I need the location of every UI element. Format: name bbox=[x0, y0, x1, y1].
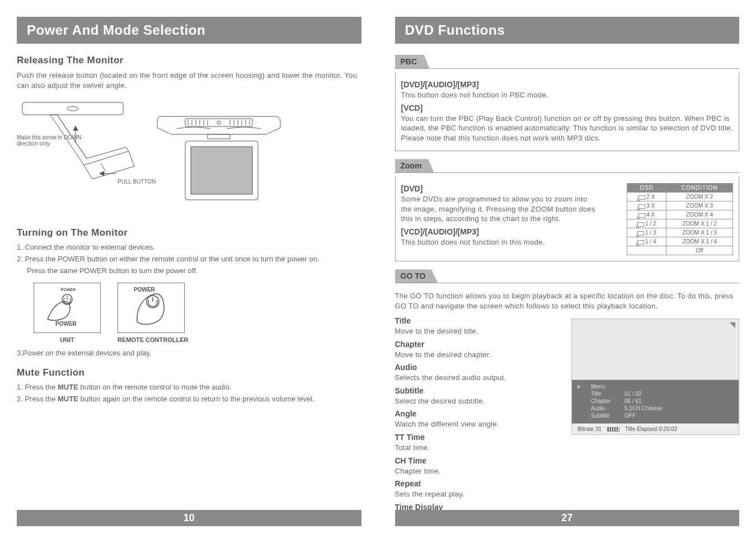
table-row: 3 XZOOM X 3 bbox=[627, 202, 733, 210]
zoom-osd-4: 1 / 3 bbox=[645, 229, 656, 236]
table-row: 4 XZOOM X 4 bbox=[627, 210, 733, 219]
zoom-cond-5: ZOOM X 1 / 4 bbox=[666, 237, 733, 246]
pbc-tab: PBC bbox=[395, 55, 430, 68]
svg-point-1 bbox=[67, 106, 78, 111]
zoom-th-cond: CONDITION bbox=[666, 184, 733, 193]
goto-box: The GO TO function allows you to begin p… bbox=[395, 287, 740, 530]
goto-b-3: Select the desired subtitle. bbox=[395, 396, 561, 406]
table-row: 2 XZOOM X 2 bbox=[627, 193, 733, 202]
goto-row-v-1: 06 / 61 bbox=[624, 398, 733, 404]
table-row: Off bbox=[627, 246, 733, 255]
zoom-off: Off bbox=[666, 246, 733, 255]
zoom-cond-1: ZOOM X 3 bbox=[666, 202, 733, 210]
pbc-dvd-heading: [DVD]/[AUDIO]/[MP3] bbox=[401, 80, 734, 89]
page-left: Power And Mode Selection Releasing The M… bbox=[0, 0, 378, 534]
goto-tab-row: GO TO bbox=[395, 269, 740, 283]
goto-h-7: Repeat bbox=[395, 479, 561, 488]
unit-power-label-top: POWER bbox=[61, 288, 76, 292]
page-right: DVD Functions PBC [DVD]/[AUDIO]/[MP3] Th… bbox=[378, 0, 757, 534]
diagram-side-view: Make this arrow in DOWN direction only. … bbox=[17, 98, 140, 217]
play-icon bbox=[577, 385, 581, 389]
zoom-table: OSD CONDITION 2 XZOOM X 2 3 XZOOM X 3 4 … bbox=[627, 183, 733, 255]
goto-row-v-0: 01 / 02 bbox=[624, 391, 733, 397]
goto-b-1: Move to the desired chapter. bbox=[395, 350, 561, 360]
diagram-front-view bbox=[154, 112, 283, 207]
goto-menu-label: Menu bbox=[591, 383, 733, 390]
goto-row-v-3: OFF bbox=[624, 413, 733, 419]
releasing-title: Releasing The Monitor bbox=[17, 55, 361, 66]
svg-rect-0 bbox=[22, 102, 123, 115]
goto-row-k-3: Subtitle bbox=[591, 413, 624, 419]
goto-h-2: Audio bbox=[395, 363, 561, 372]
goto-intro: The GO TO function allows you to begin p… bbox=[395, 291, 740, 311]
page-title: Power And Mode Selection bbox=[27, 22, 205, 38]
goto-tab: GO TO bbox=[395, 269, 438, 283]
goto-h-0: Title bbox=[395, 316, 561, 325]
bitrate-label: Bitrate 31 bbox=[577, 426, 602, 432]
turn-on-step-2b: Press the same POWER button to turn the … bbox=[17, 266, 361, 275]
svg-rect-6 bbox=[185, 119, 252, 127]
zoom-osd-5: 1 / 4 bbox=[645, 238, 656, 245]
page-title-bar-right: DVD Functions bbox=[395, 17, 740, 44]
goto-h-4: Angle bbox=[395, 409, 561, 418]
mute-2a: 2. Press the bbox=[17, 395, 58, 403]
svg-rect-20 bbox=[208, 134, 230, 139]
remote-power-icon bbox=[132, 288, 171, 327]
remote-diagram: POWER bbox=[118, 283, 185, 333]
pbc-vcd-body: You can turn the PBC (Play Back Control)… bbox=[401, 114, 734, 143]
mute-step-1: 1. Press the MUTE button on the remote c… bbox=[17, 383, 361, 391]
unit-diagram: POWER POWER bbox=[34, 283, 101, 333]
turning-on-title: Turning on The Monitor bbox=[17, 227, 361, 238]
zoom-osd-0: 2 X bbox=[646, 194, 655, 200]
mute-1b: MUTE bbox=[58, 383, 78, 391]
pbc-vcd-heading: [VCD] bbox=[401, 104, 734, 113]
goto-row-v-2: 5.1CH Chinese bbox=[624, 405, 733, 411]
zoom-dvd-body: Some DVDs are programmed to allow you to… bbox=[401, 194, 597, 224]
zoom-osd-1: 3 X bbox=[646, 203, 655, 209]
pbc-box: [DVD]/[AUDIO]/[MP3] This button does not… bbox=[395, 72, 740, 151]
magnify-icon bbox=[637, 240, 644, 245]
mute-step-2: 2. Press the MUTE button again on the re… bbox=[17, 395, 361, 403]
goto-b-2: Selects the desired audio output. bbox=[395, 373, 561, 383]
svg-marker-5 bbox=[100, 171, 104, 176]
svg-marker-3 bbox=[73, 126, 78, 130]
mute-2b: MUTE bbox=[58, 395, 78, 403]
goto-row-k-1: Chapter bbox=[591, 398, 624, 404]
goto-h-3: Subtitle bbox=[395, 386, 561, 395]
magnify-icon bbox=[637, 231, 644, 236]
turn-on-step-1: 1. Connect the monitor to external devic… bbox=[17, 243, 361, 251]
goto-b-7: Sets the repeat play. bbox=[395, 489, 561, 499]
goto-h-1: Chapter bbox=[395, 340, 561, 349]
goto-b-6: Chapter time. bbox=[395, 466, 561, 476]
goto-row-k-2: Audio bbox=[591, 405, 624, 411]
remote-caption: REMOTE CONTROLLER bbox=[118, 336, 189, 343]
remote-power-label: POWER bbox=[134, 287, 155, 293]
mute-1a: 1. Press the bbox=[17, 383, 58, 391]
elapsed-label: Title Elapsed 0:20:02 bbox=[625, 426, 678, 432]
magnify-icon bbox=[638, 204, 645, 209]
unit-diagram-wrap: POWER POWER UNIT bbox=[34, 283, 101, 343]
arrow-down-note: Make this arrow in DOWN direction only. bbox=[17, 134, 90, 147]
goto-row-k-0: Title bbox=[591, 391, 624, 397]
page-title-bar: Power And Mode Selection bbox=[17, 17, 361, 44]
zoom-osd-2: 4 X bbox=[646, 212, 655, 218]
goto-definitions: Title Move to the desired title. Chapter… bbox=[395, 313, 561, 524]
goto-screen-mock: Menu Title01 / 02 Chapter06 / 61 Audio5.… bbox=[571, 318, 739, 524]
zoom-osd-3: 1 / 2 bbox=[645, 221, 656, 227]
zoom-cond-0: ZOOM X 2 bbox=[666, 193, 733, 202]
zoom-cond-4: ZOOM X 1 / 3 bbox=[666, 228, 733, 237]
magnify-icon bbox=[638, 195, 645, 200]
pull-button-label: PULL BUTTON bbox=[118, 179, 241, 185]
goto-screen-status: Bitrate 31 Title Elapsed 0:20:02 bbox=[571, 423, 739, 435]
mute-title: Mute Function bbox=[17, 367, 361, 378]
magnify-icon bbox=[637, 222, 644, 227]
zoom-tab: Zoom bbox=[395, 159, 434, 172]
power-diagram-row: POWER POWER UNIT POWER REMOTE CONTROLLER bbox=[34, 283, 361, 343]
goto-screen-menu: Menu Title01 / 02 Chapter06 / 61 Audio5.… bbox=[571, 380, 739, 423]
svg-point-7 bbox=[217, 121, 220, 124]
table-row: 1 / 4ZOOM X 1 / 4 bbox=[627, 237, 733, 246]
page-number-right: 27 bbox=[395, 510, 740, 526]
mute-2c: button again on the remote control to re… bbox=[78, 395, 314, 403]
turn-on-step-3: 3.Power on the external devices and play… bbox=[17, 349, 361, 357]
zoom-tab-row: Zoom bbox=[395, 159, 740, 173]
